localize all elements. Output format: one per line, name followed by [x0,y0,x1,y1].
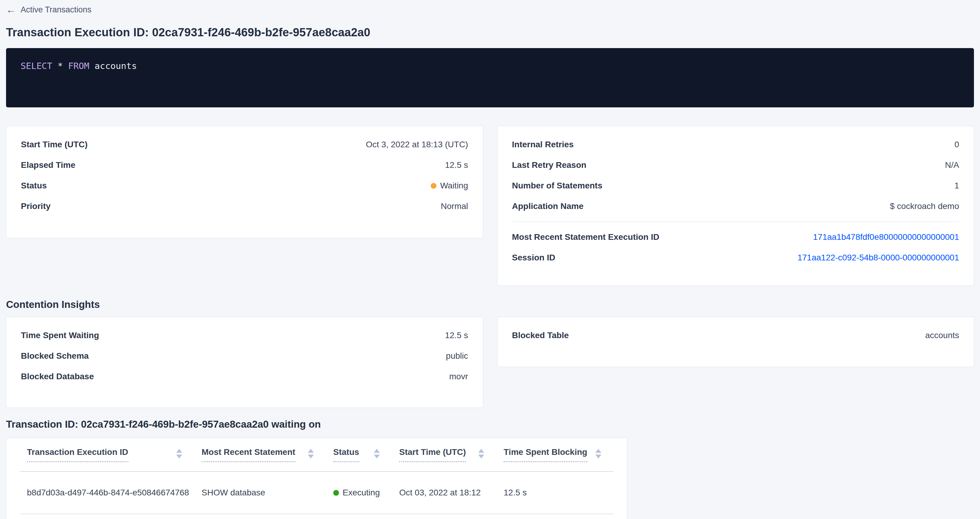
elapsed-time-label: Elapsed Time [21,160,75,170]
application-name-label: Application Name [512,202,584,211]
contention-insights-heading: Contention Insights [6,299,974,310]
waiting-on-heading: Transaction ID: 02ca7931-f246-469b-b2fe-… [6,419,974,430]
application-name-row: Application Name $ cockroach demo [512,196,959,217]
start-time-value: Oct 3, 2022 at 18:13 (UTC) [366,140,468,149]
page-title: Transaction Execution ID: 02ca7931-f246-… [6,26,974,39]
sql-keyword-from: FROM [68,61,89,71]
contention-cards-row: Time Spent Waiting 12.5 s Blocked Schema… [6,317,974,408]
cell-start-time: Oct 03, 2022 at 18:12 [392,471,496,514]
status-value-text: Waiting [440,181,468,190]
start-time-label: Start Time (UTC) [21,140,88,149]
blocked-database-label: Blocked Database [21,372,94,381]
sql-keyword-select: SELECT [21,61,52,71]
priority-value: Normal [441,202,468,211]
cell-time-spent-blocking: 12.5 s [496,471,614,514]
internal-retries-value: 0 [954,140,959,149]
overview-card-left: Start Time (UTC) Oct 3, 2022 at 18:13 (U… [6,126,483,238]
sql-statement-text: SELECT * FROM accounts [21,61,959,71]
status-waiting-dot-icon [431,183,436,189]
application-name-value: $ cockroach demo [890,202,959,211]
waiting-on-table-card: Transaction Execution ID Most Recent Sta… [6,438,627,519]
column-header-most-recent-statement[interactable]: Most Recent Statement [194,438,326,471]
statement-count-row: Number of Statements 1 [512,175,959,196]
session-id-link[interactable]: 171aa122-c092-54b8-0000-000000000001 [797,253,959,262]
column-header-time-spent-blocking[interactable]: Time Spent Blocking [496,438,614,471]
blocked-database-value: movr [449,372,468,381]
statement-count-label: Number of Statements [512,181,603,190]
time-spent-waiting-label: Time Spent Waiting [21,330,99,340]
sort-icon [374,449,380,459]
statement-execution-id-link[interactable]: 171aa1b478fdf0e80000000000000001 [813,232,959,242]
blocked-schema-row: Blocked Schema public [21,346,468,366]
column-header-start-time[interactable]: Start Time (UTC) [392,438,496,471]
waiting-on-table-header-row: Transaction Execution ID Most Recent Sta… [20,438,614,471]
last-retry-reason-row: Last Retry Reason N/A [512,155,959,175]
last-retry-reason-label: Last Retry Reason [512,160,587,170]
card-divider [512,221,959,222]
blocked-table-row: Blocked Table accounts [512,325,959,346]
table-row: b8d7d03a-d497-446b-8474-e50846674768 SHO… [20,471,614,514]
contention-card-right: Blocked Table accounts [497,317,974,367]
last-retry-reason-value: N/A [945,160,959,170]
sql-statement-box: SELECT * FROM accounts [6,48,974,107]
blocked-schema-value: public [446,351,468,361]
sort-icon [478,449,484,459]
column-header-label: Transaction Execution ID [27,447,128,462]
contention-card-left: Time Spent Waiting 12.5 s Blocked Schema… [6,317,483,408]
overview-cards-row: Start Time (UTC) Oct 3, 2022 at 18:13 (U… [6,126,974,286]
back-link-label: Active Transactions [21,5,91,14]
internal-retries-row: Internal Retries 0 [512,134,959,155]
transaction-details-page: ← Active Transactions Transaction Execut… [0,0,980,519]
column-header-label: Most Recent Statement [202,447,295,462]
status-row: Status Waiting [21,175,468,196]
sort-icon [308,449,314,459]
priority-label: Priority [21,202,51,211]
blocked-database-row: Blocked Database movr [21,366,468,387]
statement-execution-id-label: Most Recent Statement Execution ID [512,232,660,242]
column-header-label: Time Spent Blocking [504,447,587,462]
elapsed-time-value: 12.5 s [445,160,468,170]
status-value: Waiting [431,181,468,190]
cell-transaction-execution-id: b8d7d03a-d497-446b-8474-e50846674768 [20,471,194,514]
status-executing-dot-icon [333,490,339,496]
blocked-schema-label: Blocked Schema [21,351,89,361]
blocked-table-value: accounts [925,330,959,340]
cell-status-text: Executing [343,488,380,498]
blocked-table-label: Blocked Table [512,330,569,340]
column-header-status[interactable]: Status [326,438,392,471]
back-arrow-icon: ← [6,5,16,14]
back-link[interactable]: ← Active Transactions [6,0,91,14]
statement-count-value: 1 [954,181,959,190]
sql-star: * [52,61,68,71]
cell-most-recent-statement: SHOW database [194,471,326,514]
sql-table-name: accounts [89,61,137,71]
column-header-label: Start Time (UTC) [399,447,466,462]
column-header-label: Status [333,447,359,462]
elapsed-time-row: Elapsed Time 12.5 s [21,155,468,175]
cell-status: Executing [326,471,392,514]
sort-icon [176,449,182,459]
priority-row: Priority Normal [21,196,468,217]
time-spent-waiting-row: Time Spent Waiting 12.5 s [21,325,468,346]
start-time-row: Start Time (UTC) Oct 3, 2022 at 18:13 (U… [21,134,468,155]
session-id-label: Session ID [512,253,555,262]
statement-execution-id-row: Most Recent Statement Execution ID 171aa… [512,227,959,248]
internal-retries-label: Internal Retries [512,140,574,149]
overview-card-right: Internal Retries 0 Last Retry Reason N/A… [497,126,974,286]
time-spent-waiting-value: 12.5 s [445,330,468,340]
sort-icon [595,449,601,459]
status-label: Status [21,181,47,190]
session-id-row: Session ID 171aa122-c092-54b8-0000-00000… [512,248,959,268]
column-header-transaction-execution-id[interactable]: Transaction Execution ID [20,438,194,471]
waiting-on-table: Transaction Execution ID Most Recent Sta… [20,438,614,514]
